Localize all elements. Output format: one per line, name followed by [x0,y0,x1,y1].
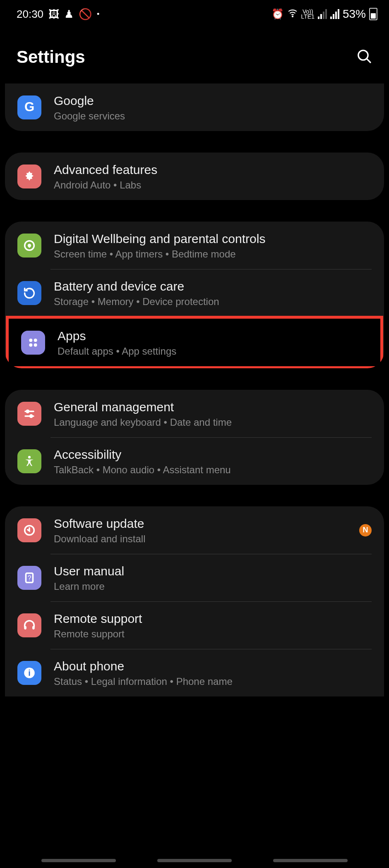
svg-point-13 [28,455,31,458]
item-subtitle: TalkBack • Mono audio • Assistant menu [54,464,372,476]
item-subtitle: Default apps • App settings [58,346,368,357]
settings-item-battery-care[interactable]: Battery and device care Storage • Memory… [5,269,384,317]
item-subtitle: Remote support [54,628,372,640]
about-phone-icon: i [17,661,41,685]
settings-group: Digital Wellbeing and parental controls … [5,222,384,368]
item-subtitle: Android Auto • Labs [54,179,372,191]
item-title: Google [54,93,372,109]
status-time: 20:30 [17,8,43,21]
settings-item-remote-support[interactable]: Remote support Remote support [5,601,384,649]
settings-item-general-management[interactable]: General management Language and keyboard… [5,390,384,437]
settings-item-accessibility[interactable]: Accessibility TalkBack • Mono audio • As… [5,437,384,485]
svg-text:G: G [24,100,34,114]
svg-line-2 [367,59,370,62]
user-manual-icon: ? [17,566,41,590]
page-title: Settings [17,47,85,67]
item-title: Battery and device care [54,278,372,294]
page-header: Settings [0,25,389,83]
more-notifications-icon: • [97,10,99,19]
settings-item-about-phone[interactable]: i About phone Status • Legal information… [5,649,384,696]
svg-point-5 [29,339,32,342]
item-subtitle: Language and keyboard • Date and time [54,417,372,428]
wellbeing-icon [17,234,41,258]
signal-bars-sim1-icon [318,9,327,19]
google-icon: G [17,95,41,119]
item-title: Remote support [54,610,372,627]
status-bar: 20:30 🖼 ♟ 🚫 • ⏰ Vo)) LTE1 53% [0,0,389,25]
item-title: Software update [54,515,354,532]
wifi-icon [287,7,298,21]
battery-icon [369,8,377,20]
settings-group: General management Language and keyboard… [5,390,384,485]
item-title: About phone [54,658,372,674]
apps-icon [21,331,45,355]
svg-point-6 [34,339,37,342]
item-subtitle: Screen time • App timers • Bedtime mode [54,248,372,260]
settings-group: Software update Download and install N ?… [5,506,384,696]
accessibility-icon [17,449,41,473]
svg-point-7 [29,343,32,346]
settings-item-user-manual[interactable]: ? User manual Learn more [5,554,384,601]
network-label: Vo)) LTE1 [301,9,315,19]
general-management-icon [17,402,41,426]
signal-bars-sim2-icon [330,9,339,19]
settings-group: Advanced features Android Auto • Labs [5,153,384,200]
alarm-icon: ⏰ [271,8,284,20]
item-title: User manual [54,563,372,579]
item-title: General management [54,399,372,415]
item-title: Digital Wellbeing and parental controls [54,231,372,247]
svg-point-12 [30,415,32,417]
item-title: Advanced features [54,162,372,178]
svg-text:i: i [28,668,31,677]
item-subtitle: Learn more [54,581,372,592]
item-subtitle: Google services [54,110,372,122]
settings-item-advanced-features[interactable]: Advanced features Android Auto • Labs [5,153,384,200]
battery-care-icon [17,281,41,305]
notification-badge: N [359,524,372,537]
dnd-icon: 🚫 [79,8,92,21]
svg-text:?: ? [28,574,31,581]
svg-point-10 [26,410,29,413]
advanced-features-icon [17,165,41,188]
item-title: Apps [58,328,368,344]
item-subtitle: Storage • Memory • Device protection [54,296,372,308]
nav-recents-button[interactable] [41,859,116,862]
item-title: Accessibility [54,446,372,463]
settings-item-digital-wellbeing[interactable]: Digital Wellbeing and parental controls … [5,222,384,269]
battery-percent: 53% [343,7,366,21]
item-subtitle: Status • Legal information • Phone name [54,676,372,687]
svg-point-0 [292,16,293,17]
app-status-icon: ♟ [64,8,74,21]
software-update-icon [17,518,41,542]
picture-icon: 🖼 [48,8,59,21]
settings-item-apps[interactable]: Apps Default apps • App settings [6,316,383,368]
settings-item-google[interactable]: G Google Google services [5,83,384,131]
svg-rect-17 [24,626,26,630]
search-button[interactable] [356,48,372,66]
svg-point-8 [34,343,37,346]
settings-item-software-update[interactable]: Software update Download and install N [5,506,384,554]
settings-group: G Google Google services [5,83,384,131]
nav-back-button[interactable] [273,859,348,862]
remote-support-icon [17,613,41,637]
svg-rect-18 [32,626,35,630]
item-subtitle: Download and install [54,533,354,545]
nav-home-button[interactable] [157,859,232,862]
navigation-bar [0,859,389,862]
